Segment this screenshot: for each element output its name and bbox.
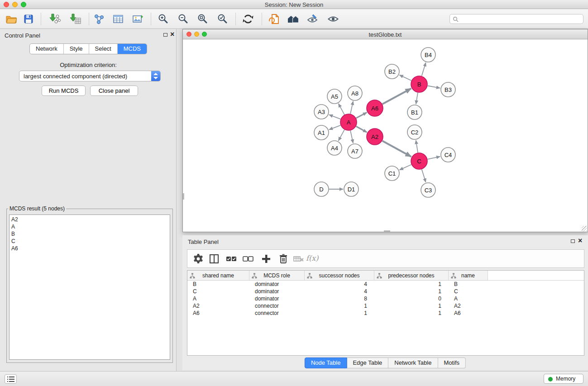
graph-edge-A-A4[interactable] — [339, 130, 344, 141]
run-mcds-button[interactable]: Run MCDS — [42, 86, 86, 96]
gear-icon[interactable] — [192, 253, 204, 265]
graph-edge-A-A2[interactable] — [356, 126, 367, 132]
graph-edge-B-B1[interactable] — [416, 93, 418, 104]
graph-node-D1[interactable]: D1 — [344, 182, 359, 196]
graph-node-C3[interactable]: C3 — [421, 183, 435, 197]
graph-node-C1[interactable]: C1 — [385, 166, 399, 181]
zoom-in-icon[interactable] — [158, 13, 169, 25]
table-row[interactable]: Adominator80A — [187, 295, 584, 302]
column-header-successor-nodes[interactable]: successor nodes — [305, 271, 374, 280]
graph-node-A5[interactable]: A5 — [327, 89, 342, 104]
tab-network[interactable]: Network — [30, 44, 63, 54]
graph-node-A3[interactable]: A3 — [314, 105, 329, 119]
graph-edge-C-C1[interactable] — [399, 165, 411, 170]
zoom-selected-icon[interactable] — [217, 13, 229, 25]
table-row[interactable]: Cdominator41C — [187, 288, 584, 295]
graph-edge-B-B4[interactable] — [422, 62, 426, 76]
graph-edge-A-A3[interactable] — [329, 114, 340, 119]
table-float-panel-icon[interactable] — [571, 239, 575, 243]
graph-node-B4[interactable]: B4 — [421, 48, 435, 62]
result-item[interactable]: C — [11, 238, 168, 245]
export-image-icon[interactable] — [132, 13, 143, 25]
graph-edge-C-C4[interactable] — [428, 157, 440, 159]
table-row[interactable]: Bdominator41B — [187, 281, 584, 288]
new-network-icon[interactable] — [93, 13, 105, 25]
table-close-panel-icon[interactable]: × — [578, 238, 582, 243]
refresh-icon[interactable] — [242, 13, 254, 25]
graph-edge-A-A7[interactable] — [350, 131, 353, 143]
zoom-out-icon[interactable] — [177, 13, 189, 25]
horizontal-scrollbar[interactable] — [384, 230, 390, 232]
graph-node-B3[interactable]: B3 — [441, 82, 455, 97]
tab-mcds[interactable]: MCDS — [117, 44, 147, 54]
tab-node-table[interactable]: Node Table — [305, 357, 347, 368]
result-item[interactable]: A2 — [11, 216, 168, 223]
graph-node-B2[interactable]: B2 — [385, 64, 399, 79]
graph-edge-C-C3[interactable] — [422, 169, 426, 182]
close-panel-button[interactable]: Close panel — [90, 86, 138, 96]
delete-table-icon[interactable] — [293, 253, 305, 265]
zoom-fit-icon[interactable] — [197, 13, 209, 25]
save-session-icon[interactable] — [23, 13, 34, 25]
search-field[interactable] — [449, 14, 583, 24]
graph-edge-B-B3[interactable] — [428, 86, 440, 88]
delete-column-icon[interactable] — [277, 253, 289, 265]
tab-network-table[interactable]: Network Table — [388, 357, 438, 368]
graph-edge-B-B2[interactable] — [399, 75, 411, 81]
graph-node-A2[interactable]: A2 — [367, 129, 383, 145]
import-table-icon[interactable] — [69, 13, 81, 25]
annotation-document-icon[interactable] — [268, 13, 280, 25]
column-header-mcds-role[interactable]: MCDS role — [249, 271, 305, 280]
graph-node-A4[interactable]: A4 — [327, 141, 342, 155]
resize-grip[interactable] — [582, 226, 587, 231]
result-item[interactable]: A6 — [11, 245, 168, 252]
home-networks-icon[interactable] — [287, 13, 299, 25]
task-history-button[interactable] — [5, 374, 17, 384]
graph-node-C[interactable]: C — [411, 153, 427, 169]
tab-motifs[interactable]: Motifs — [438, 357, 466, 368]
mcds-result-list[interactable]: A2ABCA6 — [9, 214, 170, 360]
tab-edge-table[interactable]: Edge Table — [347, 357, 388, 368]
graph-node-A8[interactable]: A8 — [348, 86, 362, 100]
select-all-icon[interactable] — [225, 253, 237, 265]
graph-edge-C-C2[interactable] — [416, 140, 418, 152]
graph-edge-A2-C[interactable] — [382, 141, 411, 157]
columns-icon[interactable] — [208, 253, 220, 265]
network-canvas[interactable]: B4B2BB3A5A8A6B1A3AC2A1A2A4A7C4CC1C3DD1 — [183, 39, 588, 232]
open-session-icon[interactable] — [5, 13, 17, 25]
tab-style[interactable]: Style — [63, 44, 89, 54]
graph-node-B1[interactable]: B1 — [407, 105, 422, 119]
table-row[interactable]: A2connector11A2 — [187, 302, 584, 310]
result-item[interactable]: B — [11, 230, 168, 238]
close-panel-icon[interactable]: × — [170, 32, 174, 37]
float-panel-icon[interactable] — [163, 33, 167, 37]
graph-node-C2[interactable]: C2 — [407, 125, 422, 139]
network-window-titlebar[interactable]: testGlobe.txt — [183, 29, 588, 39]
function-builder-icon[interactable]: f(x) — [306, 254, 318, 262]
graph-edge-A-A8[interactable] — [350, 101, 353, 114]
new-table-icon[interactable] — [112, 13, 124, 25]
table-row[interactable]: A6connector11A6 — [187, 310, 584, 317]
graph-node-A1[interactable]: A1 — [314, 125, 329, 140]
graph-node-A7[interactable]: A7 — [348, 144, 362, 158]
column-header-shared-name[interactable]: shared name — [187, 271, 249, 280]
add-column-icon[interactable] — [260, 253, 272, 265]
tab-select[interactable]: Select — [89, 44, 117, 54]
deselect-all-icon[interactable] — [242, 253, 254, 265]
graph-edge-A-A6[interactable] — [356, 112, 367, 118]
graph-edge-A-A1[interactable] — [329, 125, 340, 130]
result-item[interactable]: A — [11, 223, 168, 230]
memory-button[interactable]: Memory — [544, 374, 583, 384]
criterion-dropdown[interactable]: largest connected component (directed) — [19, 71, 161, 81]
column-header-name[interactable]: name — [449, 271, 488, 280]
column-header-predecessor-nodes[interactable]: predecessor nodes — [374, 271, 449, 280]
vertical-scrollbar[interactable] — [183, 193, 184, 200]
graph-node-A6[interactable]: A6 — [367, 100, 383, 116]
graph-edge-A6-B[interactable] — [382, 89, 411, 104]
search-input[interactable] — [461, 15, 580, 23]
graph-node-C4[interactable]: C4 — [441, 148, 455, 162]
graph-node-D[interactable]: D — [314, 182, 329, 196]
graph-node-B[interactable]: B — [411, 76, 427, 92]
show-hide-icon[interactable] — [327, 13, 339, 25]
import-network-icon[interactable] — [49, 13, 61, 25]
